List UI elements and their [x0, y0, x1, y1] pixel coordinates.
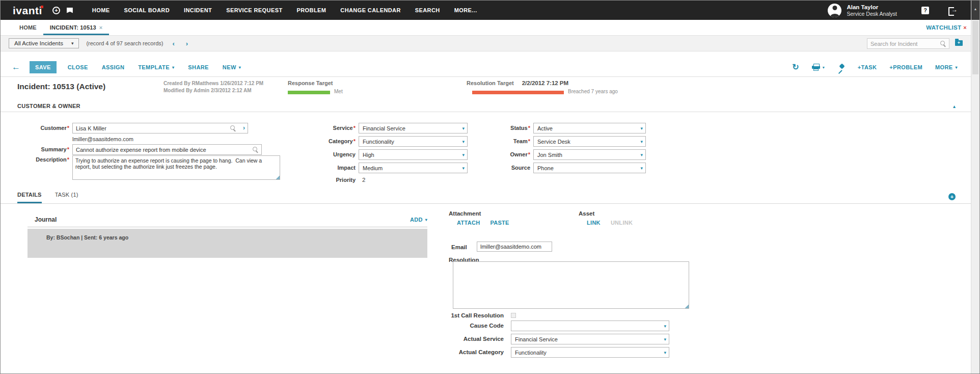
- add-task-button[interactable]: +TASK: [858, 64, 877, 70]
- help-icon[interactable]: ?: [921, 7, 929, 14]
- add-tab-icon[interactable]: +: [948, 193, 956, 200]
- attach-button[interactable]: ATTACH: [457, 220, 480, 226]
- quick-add-icon[interactable]: +: [52, 7, 60, 14]
- add-problem-button[interactable]: +PROBLEM: [889, 64, 922, 70]
- menu-change-calendar[interactable]: CHANGE CALENDAR: [333, 1, 407, 20]
- tab-task[interactable]: TASK (1): [55, 192, 78, 203]
- open-record-chevron-icon[interactable]: ›: [243, 124, 245, 131]
- template-button[interactable]: TEMPLATE▾: [138, 64, 174, 70]
- link-button[interactable]: LINK: [587, 220, 601, 226]
- more-button[interactable]: MORE▾: [935, 64, 958, 70]
- resize-handle[interactable]: [685, 304, 689, 308]
- announcement-flag-icon[interactable]: [67, 8, 73, 13]
- menu-more[interactable]: MORE...: [447, 1, 484, 20]
- service-select[interactable]: Financial Service▾: [359, 123, 468, 133]
- menu-incident[interactable]: INCIDENT: [177, 1, 219, 20]
- scrollbar-thumb[interactable]: [972, 21, 978, 74]
- source-select[interactable]: Phone▾: [533, 163, 646, 173]
- logout-icon[interactable]: →: [948, 7, 957, 14]
- tab-incident-label: INCIDENT: 10513: [50, 24, 96, 31]
- pin-icon[interactable]: [837, 64, 845, 71]
- required-asterisk: *: [528, 138, 530, 144]
- impact-label: Impact: [294, 163, 356, 171]
- share-button[interactable]: SHARE: [188, 64, 209, 70]
- menu-service-request[interactable]: SERVICE REQUEST: [219, 1, 289, 20]
- watchlist-close-icon[interactable]: ×: [963, 24, 967, 31]
- new-button[interactable]: NEW▾: [223, 64, 241, 70]
- user-info[interactable]: Alan Taylor Service Desk Analyst: [847, 4, 897, 17]
- impact-select[interactable]: Medium▾: [359, 163, 468, 173]
- search-icon[interactable]: [230, 125, 236, 131]
- category-select[interactable]: Functionality▾: [359, 136, 468, 147]
- tab-details[interactable]: DETAILS: [17, 192, 42, 203]
- menu-problem[interactable]: PROBLEM: [290, 1, 334, 20]
- vertical-scrollbar[interactable]: ▲: [971, 1, 979, 373]
- refresh-icon[interactable]: ↻: [792, 63, 799, 71]
- urgency-field-row: Urgency High▾: [294, 149, 468, 160]
- saved-search-dropdown[interactable]: All Active Incidents ▾: [9, 38, 79, 48]
- customer-label: Customer*: [1, 123, 69, 131]
- menu-home[interactable]: HOME: [85, 1, 117, 20]
- actual-service-label: Actual Service: [438, 336, 504, 342]
- watchlist-button[interactable]: WATCHLIST ×: [926, 24, 971, 35]
- priority-label: Priority: [294, 175, 356, 183]
- previous-record-button[interactable]: ‹: [172, 40, 174, 47]
- chevron-down-icon: ▾: [462, 126, 465, 131]
- cause-code-select[interactable]: ▾: [511, 320, 669, 331]
- assign-button[interactable]: ASSIGN: [102, 64, 125, 70]
- category-field-row: Category* Functionality▾: [294, 136, 468, 147]
- team-select[interactable]: Service Desk▾: [533, 136, 646, 147]
- tab-incident-10513[interactable]: INCIDENT: 10513 ×: [43, 24, 110, 35]
- response-target-label: Response Target: [288, 80, 343, 86]
- scrollbar-up-button[interactable]: ▲: [971, 1, 979, 20]
- paste-button[interactable]: PASTE: [490, 220, 509, 226]
- urgency-select[interactable]: High▾: [359, 149, 468, 160]
- collapse-section-icon[interactable]: ▴: [953, 103, 956, 109]
- actual-service-select[interactable]: Financial Service▾: [511, 334, 669, 344]
- journal-entry[interactable]: By: BSochan | Sent: 6 years ago: [28, 229, 427, 258]
- email-input[interactable]: [477, 242, 552, 252]
- team-field-row: Team* Service Desk▾: [474, 136, 646, 147]
- summary-input[interactable]: [72, 144, 262, 155]
- summary-label: Summary*: [1, 144, 69, 152]
- owner-select[interactable]: Jon Smith▾: [533, 149, 646, 160]
- description-textarea[interactable]: Trying to authorize an expense report is…: [72, 155, 280, 180]
- avatar[interactable]: [828, 4, 841, 17]
- save-button[interactable]: SAVE: [30, 61, 57, 73]
- tab-home[interactable]: HOME: [13, 24, 43, 35]
- customer-owner-section-header: CUSTOMER & OWNER ▴: [1, 102, 971, 112]
- next-record-button[interactable]: ›: [186, 40, 188, 47]
- resolution-target: Resolution Target 2/2/2012 7:12 PM Breac…: [467, 80, 618, 94]
- incident-header: Incident: 10513 (Active) Created By RMat…: [1, 77, 971, 102]
- menu-search[interactable]: SEARCH: [408, 1, 447, 20]
- incident-search-input[interactable]: [870, 41, 940, 47]
- search-icon[interactable]: [940, 41, 946, 46]
- tab-close-icon[interactable]: ×: [99, 24, 103, 31]
- watchlist-label: WATCHLIST: [926, 24, 961, 31]
- first-call-resolution-checkbox[interactable]: [511, 313, 516, 318]
- journal-add-button[interactable]: ADD▾: [410, 217, 427, 223]
- resolution-textarea[interactable]: [453, 261, 689, 309]
- close-button[interactable]: CLOSE: [68, 64, 88, 70]
- share-label: SHARE: [188, 64, 209, 70]
- chevron-down-icon: ▾: [823, 65, 825, 70]
- customer-field-row: Customer* ›: [1, 123, 248, 133]
- back-arrow-icon[interactable]: ←: [12, 62, 20, 72]
- actual-category-select[interactable]: Functionality▾: [511, 347, 669, 358]
- required-asterisk: *: [528, 151, 530, 157]
- search-icon[interactable]: [253, 147, 258, 152]
- asset-actions: LINK UNLINK: [587, 220, 633, 226]
- logout-arrow: →: [951, 6, 958, 13]
- plus-glyph: +: [55, 8, 58, 13]
- print-button[interactable]: ▾: [812, 64, 825, 71]
- customer-input[interactable]: [72, 123, 248, 133]
- actual-category-value: Functionality: [515, 350, 547, 356]
- status-select[interactable]: Active▾: [533, 123, 646, 133]
- folder-plus-glyph: +: [958, 41, 960, 45]
- action-toolbar: ← SAVE CLOSE ASSIGN TEMPLATE▾ SHARE NEW▾…: [1, 58, 971, 77]
- attachment-label: Attachment: [449, 210, 481, 217]
- add-problem-label: +PROBLEM: [889, 64, 922, 70]
- menu-social-board[interactable]: SOCIAL BOARD: [117, 1, 177, 20]
- new-record-folder-icon[interactable]: +: [955, 40, 963, 46]
- resize-handle[interactable]: [276, 175, 280, 179]
